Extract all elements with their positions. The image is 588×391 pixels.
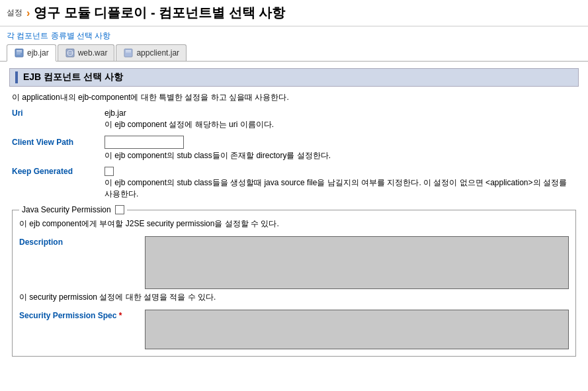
section-title: EJB 컴포넌트 선택 사항 <box>23 71 123 83</box>
section-header: EJB 컴포넌트 선택 사항 <box>9 68 579 87</box>
page-title: 영구 모듈 디플로이 - 컴포넌트별 선택 사항 <box>34 4 285 22</box>
description-textarea[interactable] <box>145 236 569 289</box>
description-label: Description <box>19 236 145 247</box>
security-description: 이 ejb component에게 부여할 J2SE security perm… <box>19 218 569 230</box>
client-view-path-row: Client View Path <box>9 136 579 149</box>
keep-generated-hint: 이 ejb component의 stub class들을 생성할때 java … <box>9 177 579 200</box>
security-permission-spec-row: Security Permission Spec * <box>19 310 569 349</box>
section-header-bar <box>15 71 18 83</box>
section-description: 이 application내의 ejb-component에 대한 특별한 설정… <box>9 92 579 103</box>
keep-generated-checkbox[interactable] <box>105 167 114 176</box>
ejb-icon <box>14 48 24 58</box>
security-permission-spec-textarea[interactable] <box>145 310 569 349</box>
uri-row: Uri ejb.jar <box>9 109 579 118</box>
tab-ejb[interactable]: ejb.jar <box>7 44 56 62</box>
appclient-icon <box>123 48 134 58</box>
tab-ejb-label: ejb.jar <box>27 48 49 58</box>
description-textarea-hint: 이 security permission 설정에 대한 설명을 적을 수 있다… <box>19 292 569 303</box>
description-textarea-row: Description <box>19 236 569 289</box>
svg-rect-9 <box>126 52 131 53</box>
client-view-path-input[interactable] <box>105 136 184 149</box>
content-area: EJB 컴포넌트 선택 사항 이 application내의 ejb-compo… <box>0 62 588 369</box>
tab-web-label: web.war <box>78 48 108 58</box>
keep-generated-label: Keep Generated <box>12 167 105 176</box>
required-star: * <box>119 311 122 320</box>
security-fieldset: Java Security Permission 이 ejb component… <box>12 205 576 357</box>
svg-rect-8 <box>126 50 131 52</box>
tab-bar: ejb.jar web.war appclient.jar <box>0 44 588 62</box>
svg-rect-2 <box>17 52 22 53</box>
web-icon <box>65 48 75 58</box>
security-legend: Java Security Permission <box>19 205 127 214</box>
uri-value: ejb.jar <box>105 109 126 118</box>
tab-web[interactable]: web.war <box>58 44 115 61</box>
client-view-path-label: Client View Path <box>12 138 105 147</box>
svg-rect-3 <box>17 54 21 54</box>
svg-rect-1 <box>17 50 22 52</box>
security-legend-checkbox[interactable] <box>115 205 124 214</box>
uri-hint: 이 ejb component 설정에 해당하는 uri 이름이다. <box>9 119 579 130</box>
subtitle: 각 컴포넌트 종류별 선택 사항 <box>0 26 588 44</box>
page-header: 설정 › 영구 모듈 디플로이 - 컴포넌트별 선택 사항 <box>0 0 588 26</box>
security-legend-text: Java Security Permission <box>22 205 111 214</box>
security-permission-spec-label: Security Permission Spec * <box>19 310 145 320</box>
settings-label: 설정 <box>7 7 22 19</box>
tab-appclient[interactable]: appclient.jar <box>116 44 187 61</box>
uri-label: Uri <box>12 109 105 118</box>
tab-appclient-label: appclient.jar <box>136 48 179 58</box>
breadcrumb-chevron: › <box>26 7 30 19</box>
client-view-path-hint: 이 ejb component의 stub class들이 존재할 direct… <box>9 150 579 161</box>
keep-generated-row: Keep Generated <box>9 167 579 176</box>
